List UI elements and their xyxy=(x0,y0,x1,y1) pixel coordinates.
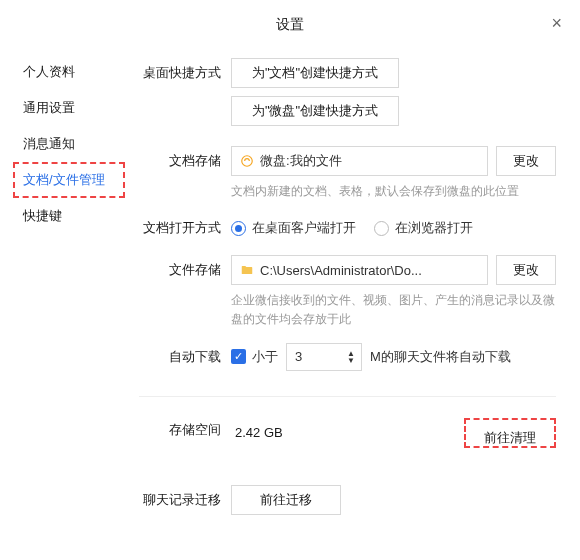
sidebar-item-shortcut[interactable]: 快捷键 xyxy=(13,198,125,234)
svg-point-0 xyxy=(242,156,253,167)
go-clean-label: 前往清理 xyxy=(468,424,552,454)
sidebar-item-notify[interactable]: 消息通知 xyxy=(13,126,125,162)
cloud-icon xyxy=(240,154,254,168)
settings-content: 桌面快捷方式 为"文档"创建快捷方式 为"微盘"创建快捷方式 文档存储 微盘:我… xyxy=(125,52,580,527)
file-storage-path: C:\Users\Administrator\Do... xyxy=(231,255,488,285)
folder-icon xyxy=(240,263,254,277)
close-icon[interactable]: × xyxy=(551,14,562,32)
file-storage-path-text: C:\Users\Administrator\Do... xyxy=(260,263,422,278)
auto-download-lt: 小于 xyxy=(252,348,278,366)
label-auto-download: 自动下载 xyxy=(139,342,231,372)
radio-label: 在桌面客户端打开 xyxy=(252,219,356,237)
sidebar-item-label: 通用设置 xyxy=(23,100,75,115)
doc-storage-hint: 文档内新建的文档、表格，默认会保存到微盘的此位置 xyxy=(231,182,556,201)
go-clean-button[interactable]: 前往清理 xyxy=(464,418,556,448)
radio-dot-icon xyxy=(231,221,246,236)
sidebar-item-label: 文档/文件管理 xyxy=(23,172,105,187)
label-open-mode: 文档打开方式 xyxy=(139,213,231,243)
label-doc-storage: 文档存储 xyxy=(139,146,231,176)
label-chat-migrate: 聊天记录迁移 xyxy=(139,485,231,515)
storage-size: 2.42 GB xyxy=(231,425,464,440)
dialog-title: 设置 xyxy=(276,16,304,32)
auto-download-checkbox[interactable]: ✓ xyxy=(231,349,246,364)
dialog-header: 设置 × xyxy=(0,0,580,52)
doc-storage-path: 微盘:我的文件 xyxy=(231,146,488,176)
radio-open-browser[interactable]: 在浏览器打开 xyxy=(374,219,473,237)
divider xyxy=(139,396,556,397)
sidebar-item-docfile[interactable]: 文档/文件管理 xyxy=(13,162,125,198)
label-storage-space: 存储空间 xyxy=(139,415,231,445)
sidebar-item-profile[interactable]: 个人资料 xyxy=(13,54,125,90)
sidebar-item-label: 消息通知 xyxy=(23,136,75,151)
create-doc-shortcut-button[interactable]: 为"文档"创建快捷方式 xyxy=(231,58,399,88)
change-doc-storage-button[interactable]: 更改 xyxy=(496,146,556,176)
radio-label: 在浏览器打开 xyxy=(395,219,473,237)
radio-open-desktop[interactable]: 在桌面客户端打开 xyxy=(231,219,356,237)
sidebar-item-label: 快捷键 xyxy=(23,208,62,223)
doc-storage-path-text: 微盘:我的文件 xyxy=(260,152,342,170)
label-desktop-shortcut: 桌面快捷方式 xyxy=(139,58,231,88)
sidebar-item-general[interactable]: 通用设置 xyxy=(13,90,125,126)
radio-dot-icon xyxy=(374,221,389,236)
auto-download-suffix: M的聊天文件将自动下载 xyxy=(370,348,511,366)
auto-download-size-value: 3 xyxy=(295,349,302,364)
settings-sidebar: 个人资料 通用设置 消息通知 文档/文件管理 快捷键 xyxy=(13,52,125,527)
create-drive-shortcut-button[interactable]: 为"微盘"创建快捷方式 xyxy=(231,96,399,126)
stepper-icon[interactable]: ▲▼ xyxy=(347,350,355,364)
change-file-storage-button[interactable]: 更改 xyxy=(496,255,556,285)
label-file-storage: 文件存储 xyxy=(139,255,231,285)
auto-download-size-input[interactable]: 3 ▲▼ xyxy=(286,343,362,371)
go-migrate-button[interactable]: 前往迁移 xyxy=(231,485,341,515)
sidebar-item-label: 个人资料 xyxy=(23,64,75,79)
file-storage-hint: 企业微信接收到的文件、视频、图片、产生的消息记录以及微盘的文件均会存放于此 xyxy=(231,291,556,329)
